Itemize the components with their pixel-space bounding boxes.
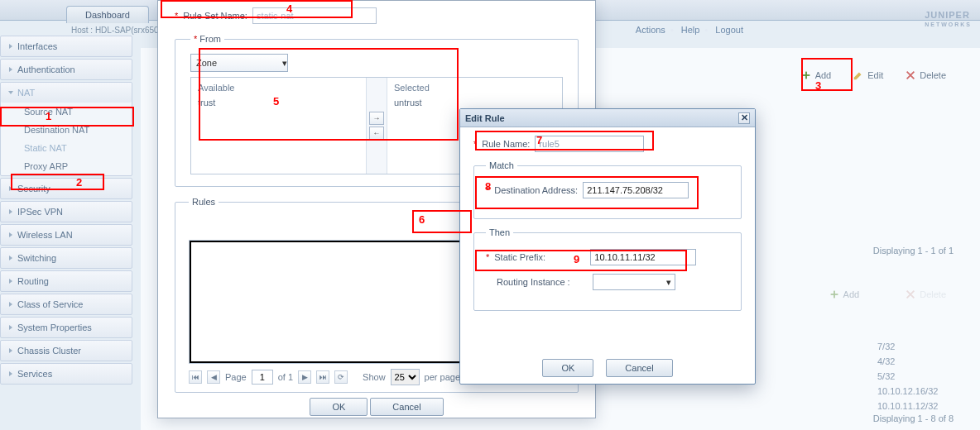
rule-name-input[interactable] [535,136,644,152]
selected-item[interactable]: untrust [394,98,555,108]
close-icon: ✕ [741,112,748,123]
delete-button-2[interactable]: Delete [897,285,954,303]
brand-logo: JUNIPER NETWORKS [925,2,972,27]
page-label: Page [225,372,247,382]
global-toolbar: Add Edit Delete [793,66,954,84]
routing-instance-select[interactable]: ▾ [593,274,675,290]
edit-icon [853,69,864,81]
logout-link[interactable]: Logout [715,25,743,35]
edit-button-2[interactable] [873,286,891,303]
add-icon [800,69,812,81]
add-icon [829,289,840,300]
per-page-label: per page [425,372,460,382]
editrule-modal: Edit Rule ✕ * Rule Name: Match * Destina… [459,108,756,385]
selected-header: Selected [394,83,555,93]
show-label: Show [363,372,386,382]
dashboard-tab[interactable]: Dashboard [66,6,149,23]
chevron-down-icon: ▾ [666,277,671,288]
svg-rect-1 [802,74,809,76]
ruleset-name-input[interactable] [252,7,377,24]
sidebar: Interfaces Authentication NAT Source NAT… [0,36,132,386]
help-link[interactable]: Help [681,25,700,35]
sidebar-sub-destination-nat[interactable]: Destination NAT [1,121,132,139]
pager-first[interactable]: ⏮ [189,370,202,384]
sidebar-item-services[interactable]: Services [0,363,132,385]
match-fieldset: Match * Destination Address: [473,160,742,219]
add-button[interactable]: Add [793,66,839,84]
available-header: Available [198,83,359,93]
bg-value-row: 4/32 [877,354,938,369]
sidebar-item-security[interactable]: Security [0,178,132,199]
rule-name-label: Rule Name: [482,139,530,149]
rule-name-row: * Rule Name: [473,136,742,152]
transfer-buttons: → ← [366,78,387,174]
then-fieldset: Then * Static Prefix: Routing Instance :… [473,227,742,311]
bg-value-row: 5/32 [877,369,938,384]
pager-last[interactable]: ⏭ [316,370,329,384]
bg-values: 7/32 4/32 5/32 10.10.12.16/32 10.10.11.1… [877,339,938,413]
move-left-button[interactable]: ← [369,127,384,140]
chevron-down-icon: ▾ [282,58,287,69]
editrule-cancel-button[interactable]: Cancel [606,359,672,377]
bg-value-row: 10.10.12.16/32 [877,384,938,399]
move-right-button[interactable]: → [369,112,384,125]
sidebar-item-interfaces[interactable]: Interfaces [0,36,132,57]
ruleset-cancel-button[interactable]: Cancel [370,398,443,416]
pager-prev[interactable]: ◀ [207,370,220,384]
dest-addr-input[interactable] [583,182,689,198]
bg-value-row: 10.10.11.12/32 [877,399,938,413]
editrule-ok-button[interactable]: OK [542,359,593,377]
sidebar-item-routing[interactable]: Routing [0,270,132,292]
of-label: of 1 [278,372,293,382]
available-item[interactable]: trust [198,98,359,108]
edit-button[interactable]: Edit [845,66,891,84]
close-button[interactable]: ✕ [738,112,750,124]
sidebar-sub-source-nat[interactable]: Source NAT [1,103,132,121]
displaying-text-1: Displaying 1 - 1 of 1 [873,246,954,256]
routing-instance-label: Routing Instance : [497,277,588,287]
sidebar-item-chassis-cluster[interactable]: Chassis Cluster [0,340,132,361]
sidebar-item-wireless-lan[interactable]: Wireless LAN [0,224,132,246]
delete-icon [905,69,916,81]
sidebar-item-ipsec-vpn[interactable]: IPSec VPN [0,201,132,222]
static-prefix-input[interactable] [590,249,696,265]
displaying-text-2: Displaying 1 - 8 of 8 [873,413,954,423]
sidebar-item-class-of-service[interactable]: Class of Service [0,294,132,315]
bg-value-row: 7/32 [877,339,938,354]
actions-link[interactable]: Actions [636,25,665,35]
sidebar-sub-static-nat[interactable]: Static NAT [1,139,132,157]
editrule-footer: OK Cancel [460,359,755,377]
sidebar-item-authentication[interactable]: Authentication [0,59,132,80]
svg-rect-3 [830,294,838,295]
pager-refresh[interactable]: ⟳ [334,370,348,384]
add-button-2[interactable]: Add [821,285,867,303]
sidebar-item-nat[interactable]: NAT [1,83,132,103]
available-column: Available trust [191,78,366,174]
zone-select[interactable]: Zone ▾ [190,54,288,72]
ruleset-ok-button[interactable]: OK [310,398,368,416]
ruleset-name-row: * Rule Set Name: [175,7,579,24]
pager-next[interactable]: ▶ [298,370,311,384]
sidebar-group-nat: NAT Source NAT Destination NAT Static NA… [0,82,132,176]
static-prefix-label: Static Prefix: [494,252,585,262]
page-size-select[interactable]: 25 [391,369,420,385]
delete-icon [905,289,916,300]
delete-button[interactable]: Delete [897,66,954,84]
dest-addr-label: Destination Address: [494,185,578,195]
editrule-title: Edit Rule [465,113,505,123]
sidebar-item-system-properties[interactable]: System Properties [0,317,132,338]
ruleset-footer: OK Cancel [175,398,579,418]
sidebar-item-switching[interactable]: Switching [0,247,132,269]
editrule-titlebar[interactable]: Edit Rule ✕ [460,109,755,127]
header-actions: Actions• Help• Logout [631,25,748,35]
ruleset-name-label: Rule Set Name: [183,11,247,21]
page-input[interactable] [252,370,273,385]
second-toolbar: Add Delete [821,285,954,303]
sidebar-sub-proxy-arp[interactable]: Proxy ARP [1,157,132,175]
